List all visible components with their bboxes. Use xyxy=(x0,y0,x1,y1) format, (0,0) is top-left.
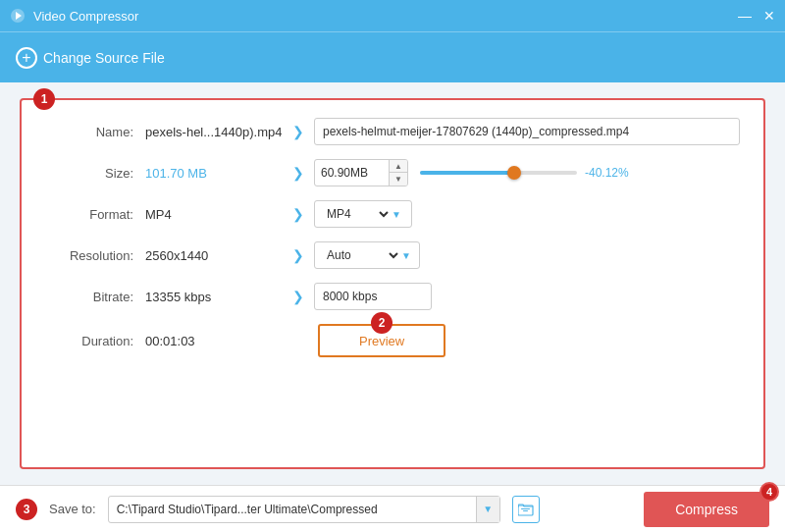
window-controls: — ✕ xyxy=(738,8,775,24)
toolbar: + Change Source File xyxy=(0,31,785,82)
resolution-source-value: 2560x1440 xyxy=(145,248,283,263)
size-output-input[interactable] xyxy=(315,162,389,184)
compress-label: Compress xyxy=(675,502,738,517)
duration-value: 00:01:03 xyxy=(145,334,283,348)
app-title: Video Compressor xyxy=(33,9,138,24)
format-select[interactable]: MP4 AVI MOV MKV xyxy=(323,206,392,222)
bitrate-output-input[interactable] xyxy=(314,283,432,310)
browse-folder-button[interactable] xyxy=(512,496,540,523)
size-slider-wrap: -40.12% xyxy=(420,166,634,180)
size-label: Size: xyxy=(45,166,133,181)
minimize-button[interactable]: — xyxy=(738,8,752,24)
slider-track[interactable] xyxy=(420,171,577,175)
name-label: Name: xyxy=(45,125,133,139)
preview-button-wrap: 2 Preview xyxy=(318,324,445,357)
bitrate-source-value: 13355 kbps xyxy=(145,290,283,304)
resolution-label: Resolution: xyxy=(45,248,133,263)
change-source-label: Change Source File xyxy=(43,50,165,66)
badge-1: 1 xyxy=(33,88,55,110)
save-path-dropdown-button[interactable]: ▼ xyxy=(476,497,499,522)
name-source-value: pexels-hel...1440p).mp4 xyxy=(145,125,283,139)
size-row: Size: 101.70 MB ❯ ▲ ▼ -40.12% xyxy=(45,159,740,186)
folder-icon xyxy=(518,503,534,516)
duration-row: Duration: 00:01:03 ❯ 2 Preview xyxy=(45,324,740,357)
resolution-select-wrap[interactable]: Auto 1920x1080 1280x720 640x480 ▼ xyxy=(314,241,420,269)
arrow-icon-4: ❯ xyxy=(292,247,304,263)
close-button[interactable]: ✕ xyxy=(763,8,775,24)
format-source-value: MP4 xyxy=(145,207,283,222)
duration-label: Duration: xyxy=(45,334,133,348)
resolution-row: Resolution: 2560x1440 ❯ Auto 1920x1080 1… xyxy=(45,241,740,269)
arrow-icon-5: ❯ xyxy=(292,289,304,304)
svg-rect-3 xyxy=(521,508,530,509)
settings-card: 1 Name: pexels-hel...1440p).mp4 ❯ Size: … xyxy=(20,98,765,469)
spinner-down[interactable]: ▼ xyxy=(390,173,407,186)
save-label: Save to: xyxy=(49,502,96,516)
compress-button[interactable]: Compress 4 xyxy=(644,492,769,527)
slider-thumb[interactable] xyxy=(507,166,521,180)
size-source-value: 101.70 MB xyxy=(145,166,283,181)
arrow-icon: ❯ xyxy=(292,124,304,139)
title-bar: Video Compressor — ✕ xyxy=(0,0,785,31)
title-bar-left: Video Compressor xyxy=(10,8,138,24)
add-icon: + xyxy=(16,47,37,69)
bitrate-label: Bitrate: xyxy=(45,290,133,304)
save-path-input[interactable] xyxy=(109,503,476,516)
name-output-input[interactable] xyxy=(314,118,740,145)
bitrate-row: Bitrate: 13355 kbps ❯ xyxy=(45,283,740,310)
slider-percent: -40.12% xyxy=(585,166,634,180)
format-select-wrap[interactable]: MP4 AVI MOV MKV ▼ xyxy=(314,200,412,228)
badge-2: 2 xyxy=(371,312,392,334)
resolution-select[interactable]: Auto 1920x1080 1280x720 640x480 xyxy=(323,247,401,263)
spinner-up[interactable]: ▲ xyxy=(390,160,407,173)
change-source-button[interactable]: + Change Source File xyxy=(16,47,165,69)
arrow-icon-3: ❯ xyxy=(292,206,304,222)
app-icon xyxy=(10,8,26,24)
name-row: Name: pexels-hel...1440p).mp4 ❯ xyxy=(45,118,740,145)
save-path-wrap[interactable]: ▼ xyxy=(108,496,500,523)
main-content: 1 Name: pexels-hel...1440p).mp4 ❯ Size: … xyxy=(0,82,785,485)
svg-rect-4 xyxy=(523,510,528,511)
format-label: Format: xyxy=(45,207,133,222)
badge-4: 4 xyxy=(759,482,779,502)
arrow-icon-2: ❯ xyxy=(292,165,304,181)
size-spinner[interactable]: ▲ ▼ xyxy=(314,159,408,186)
format-row: Format: MP4 ❯ MP4 AVI MOV MKV ▼ xyxy=(45,200,740,228)
bottom-bar: 3 Save to: ▼ Compress 4 xyxy=(0,485,785,532)
spinner-buttons: ▲ ▼ xyxy=(389,160,407,186)
resolution-dropdown-arrow: ▼ xyxy=(401,250,411,261)
slider-fill xyxy=(420,171,514,175)
format-dropdown-arrow: ▼ xyxy=(392,209,401,220)
badge-3: 3 xyxy=(16,499,37,520)
